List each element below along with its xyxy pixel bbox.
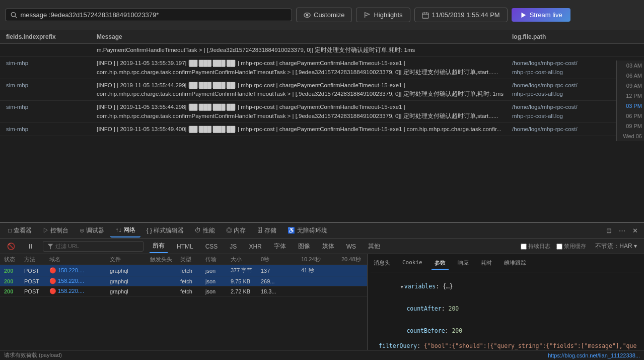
stream-live-button[interactable]: Stream live <box>512 8 570 22</box>
calendar-icon <box>422 12 429 19</box>
col-method: 方法 <box>24 256 49 263</box>
tab-performance[interactable]: ⏱ 性能 <box>190 224 220 237</box>
col-path: log.file.path <box>512 33 638 40</box>
split-view-button[interactable]: ⊡ <box>603 225 615 236</box>
row-field <box>6 46 97 47</box>
col-domain: 域名 <box>49 256 110 263</box>
json-tab-timing[interactable]: 耗时 <box>478 257 495 270</box>
datetime-label: 11/05/2019 1:55:44 PM <box>432 11 500 19</box>
domain-label: 🔴 158.220.... <box>49 267 110 274</box>
log-scroll[interactable]: fields.indexprefix Message log.file.path… <box>0 30 644 222</box>
timeline: 03 AM 06 AM 09 AM 12 PM 03 PM 06 PM 09 P… <box>616 61 644 141</box>
tab-console[interactable]: ▷ 控制台 <box>38 224 74 237</box>
json-tab-headers[interactable]: 消息头 <box>371 257 393 270</box>
subtab-html[interactable]: HTML <box>174 241 196 252</box>
log-table-header: fields.indexprefix Message log.file.path <box>0 30 644 44</box>
col-status: 状态 <box>4 256 24 263</box>
method-label: POST <box>24 288 49 294</box>
svg-marker-10 <box>48 244 53 249</box>
tab-network[interactable]: ↑↓ 网络 <box>110 224 140 237</box>
customize-button[interactable]: Customize <box>296 8 352 22</box>
tab-debugger[interactable]: ⊙ 调试器 <box>75 224 109 237</box>
col-message: Message <box>97 33 512 40</box>
subtab-js[interactable]: JS <box>227 241 240 252</box>
table-row[interactable]: sim-mhp [INFO ] | 2019-11-05 13:55:39.19… <box>0 57 644 79</box>
top-bar: Customize Highlights 11/05/2019 1:55:44 … <box>0 0 644 30</box>
json-filter-query: filterQuery: {"bool":{"should":[{"query_… <box>371 342 641 350</box>
subtab-fonts[interactable]: 字体 <box>271 240 289 253</box>
col-trigger: 触发头头 <box>150 256 180 263</box>
json-count-after: countAfter: 200 <box>371 297 641 320</box>
subtab-images[interactable]: 图像 <box>295 240 313 253</box>
bottom-link[interactable]: https://blog.csdn.net/lian_11122338... <box>548 352 640 358</box>
persist-log-toggle[interactable]: 持续日志 <box>521 243 550 250</box>
eye-icon <box>304 12 311 19</box>
network-filter-bar: 🚫 ⏸ 过滤 URL 所有 HTML CSS JS XHR 字体 图像 媒体 W… <box>0 239 644 254</box>
file-label: graphql <box>110 268 150 274</box>
subtab-ws[interactable]: WS <box>343 241 359 252</box>
json-variables[interactable]: ▼variables: {…} <box>371 275 641 297</box>
throttle-select[interactable]: 不节流：HAR ▾ <box>592 240 640 253</box>
highlights-label: Highlights <box>374 11 402 19</box>
row-field: sim-mhp <box>6 103 97 110</box>
tab-storage[interactable]: 🗄 存储 <box>252 224 281 237</box>
json-tab-stack[interactable]: 维堆跟踪 <box>501 257 529 270</box>
list-item[interactable]: 200 POST 🔴 158.220.... graphql fetch jso… <box>0 276 367 286</box>
customize-label: Customize <box>314 11 344 19</box>
disable-cache-toggle[interactable]: 禁用缓存 <box>556 243 586 250</box>
tab-memory[interactable]: ◎ 内存 <box>221 224 251 237</box>
table-row[interactable]: m.PaymentConfirmHandleTimeoutTask > | [,… <box>0 44 644 57</box>
subtab-other[interactable]: 其他 <box>365 240 383 253</box>
list-item[interactable]: 200 POST 🔴 158.220.... graphql fetch jso… <box>0 265 367 276</box>
file-label: graphql <box>110 278 150 284</box>
tab-accessibility[interactable]: ♿ 无障碍环境 <box>282 224 332 237</box>
datetime-button[interactable]: 11/05/2019 1:55:44 PM <box>414 8 508 22</box>
row-field: sim-mhp <box>6 125 97 132</box>
json-tab-cookie[interactable]: Cookie <box>399 257 425 270</box>
json-panel[interactable]: 消息头 Cookie 参数 响应 耗时 维堆跟踪 ▼variables: {…}… <box>368 254 644 350</box>
table-row[interactable]: sim-mhp [INFO ] | 2019-11-05 13:55:49.40… <box>0 123 644 136</box>
highlights-button[interactable]: Highlights <box>356 8 410 22</box>
col-type: 类型 <box>180 256 205 263</box>
search-box[interactable] <box>5 9 292 21</box>
pause-network-button[interactable]: ⏸ <box>24 241 37 252</box>
timeline-item: 06 PM <box>626 111 642 121</box>
url-filter-box[interactable]: 过滤 URL <box>43 241 144 252</box>
row-message: m.PaymentConfirmHandleTimeoutTask > | [,… <box>97 46 512 54</box>
col-field: fields.indexprefix <box>6 33 97 40</box>
subtab-css[interactable]: CSS <box>202 241 221 252</box>
clear-network-button[interactable]: 🚫 <box>4 241 18 252</box>
json-tab-params[interactable]: 参数 <box>432 257 449 270</box>
method-label: POST <box>24 268 49 274</box>
status-badge: 200 <box>4 288 24 294</box>
tab-style-editor[interactable]: { } 样式编辑器 <box>141 224 189 237</box>
row-message: [INFO ] | 2019-11-05 13:55:44.298| ██ ██… <box>97 103 512 121</box>
json-tab-response[interactable]: 响应 <box>455 257 472 270</box>
status-badge: 200 <box>4 268 24 274</box>
timeline-item: Wed 06 <box>623 131 642 141</box>
row-message: [INFO ] | 2019-11-05 13:55:39.197| ██ ██… <box>97 59 512 77</box>
close-devtools-button[interactable]: ✕ <box>629 225 641 236</box>
url-filter-label: 过滤 URL <box>55 243 79 250</box>
list-item[interactable]: 200 POST 🔴 158.220.... graphql fetch jso… <box>0 286 367 296</box>
row-field: sim-mhp <box>6 81 97 88</box>
bottom-panel: □ 查看器 ▷ 控制台 ⊙ 调试器 ↑↓ 网络 { } 样式编辑器 ⏱ 性能 ◎… <box>0 222 644 360</box>
payload-label: 请求有效荷载 (payload) <box>4 351 62 359</box>
table-row[interactable]: sim-mhp [INFO ] | 2019-11-05 13:55:44.29… <box>0 79 644 101</box>
svg-point-0 <box>11 12 15 16</box>
more-options-button[interactable]: ⋯ <box>616 225 628 236</box>
split-panel: 状态 方法 域名 文件 触发头头 类型 传输 大小 0秒 10.24秒 20.4… <box>0 254 644 350</box>
subtab-media[interactable]: 媒体 <box>319 240 337 253</box>
search-icon <box>11 12 18 19</box>
tab-inspector[interactable]: □ 查看器 <box>3 224 37 237</box>
timeline-item: 03 AM <box>626 61 642 71</box>
search-input[interactable] <box>21 11 287 19</box>
json-count-before: countBefore: 200 <box>371 320 641 342</box>
svg-point-3 <box>306 14 308 16</box>
table-row[interactable]: sim-mhp [INFO ] | 2019-11-05 13:55:44.29… <box>0 101 644 123</box>
svg-marker-9 <box>521 12 526 18</box>
network-table-panel: 状态 方法 域名 文件 触发头头 类型 传输 大小 0秒 10.24秒 20.4… <box>0 254 368 350</box>
subtab-xhr[interactable]: XHR <box>246 241 264 252</box>
timeline-item: 12 PM <box>626 91 642 101</box>
subtab-all[interactable]: 所有 <box>150 239 168 253</box>
